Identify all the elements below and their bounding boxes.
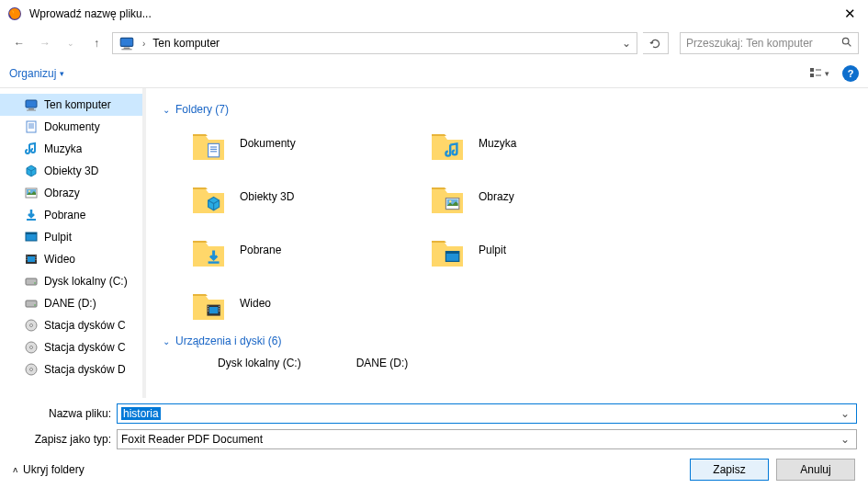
cd-icon	[24, 362, 39, 377]
group-header-devices[interactable]: ⌄ Urządzenia i dyski (6)	[163, 335, 851, 347]
tree-item-label: Muzyka	[44, 142, 82, 155]
music-icon	[24, 142, 39, 156]
save-button[interactable]: Zapisz	[690, 459, 769, 481]
bottom-fields: Nazwa pliku: historia ⌄ Zapisz jako typ:…	[0, 398, 868, 451]
music-folder-icon	[429, 125, 466, 162]
filename-input[interactable]: historia ⌄	[117, 403, 857, 424]
pic-folder-icon	[429, 178, 466, 215]
disk-item[interactable]: Dysk lokalny (C:)	[218, 357, 301, 369]
organize-menu[interactable]: Organizuj ▾	[9, 67, 64, 80]
tree-item-label: Pobrane	[44, 209, 85, 221]
view-options-button[interactable]: ▾	[808, 66, 829, 81]
tree-item-label: Obrazy	[44, 187, 80, 199]
cancel-button[interactable]: Anuluj	[776, 459, 855, 481]
nav-row: ← → ⌄ ↑ › Ten komputer ⌄ Przeszukaj: Ten…	[0, 28, 868, 59]
tree-item[interactable]: Ten komputer	[0, 94, 142, 116]
folder-item[interactable]: Dokumenty	[190, 125, 392, 162]
tree-item-label: Pulpit	[44, 231, 72, 244]
sidebar: Ten komputerDokumentyMuzykaObiekty 3DObr…	[0, 88, 142, 398]
vid-icon	[24, 252, 39, 267]
folder-item[interactable]: Pobrane	[190, 232, 392, 268]
folder-label: Muzyka	[479, 137, 516, 150]
filename-label: Nazwa pliku:	[11, 407, 117, 420]
breadcrumb-separator: ›	[142, 39, 145, 49]
chevron-down-icon: ▾	[60, 69, 64, 78]
back-button[interactable]: ←	[9, 33, 29, 53]
tree-item[interactable]: Stacja dysków C	[0, 314, 142, 336]
chevron-up-icon: ʌ	[13, 465, 17, 474]
tree-item[interactable]: Dysk lokalny (C:)	[0, 270, 142, 292]
tree-item-label: Stacja dysków C	[44, 319, 126, 332]
filename-dropdown-icon[interactable]: ⌄	[838, 407, 852, 420]
tree-item[interactable]: Dokumenty	[0, 116, 142, 138]
disk-row: Dysk lokalny (C:)DANE (D:)	[218, 357, 851, 369]
titlebar: Wprowadź nazwę pliku... ✕	[0, 0, 868, 28]
folder-label: Pulpit	[479, 244, 506, 256]
tree-item[interactable]: Obrazy	[0, 182, 142, 204]
svg-line-27	[848, 43, 851, 46]
body: Ten komputerDokumentyMuzykaObiekty 3DObr…	[0, 88, 868, 398]
filetype-select[interactable]: Foxit Reader PDF Document ⌄	[117, 429, 857, 449]
doc-icon	[24, 119, 39, 134]
search-box[interactable]: Przeszukaj: Ten komputer	[680, 32, 859, 54]
close-button[interactable]: ✕	[839, 6, 861, 22]
down-folder-icon	[190, 232, 227, 268]
folder-item[interactable]: Obiekty 3D	[190, 178, 392, 215]
desk-folder-icon	[429, 232, 466, 268]
tree-item[interactable]: Stacja dysków D	[0, 358, 142, 380]
search-placeholder: Przeszukaj: Ten komputer	[686, 37, 840, 50]
tree-item-label: Obiekty 3D	[44, 165, 98, 177]
filetype-dropdown-icon[interactable]: ⌄	[838, 433, 852, 446]
folder-item[interactable]: Muzyka	[429, 125, 631, 162]
cd-icon	[24, 318, 39, 333]
address-bar[interactable]: › Ten komputer ⌄	[112, 32, 637, 54]
address-dropdown-icon[interactable]: ⌄	[618, 37, 635, 50]
filetype-value: Foxit Reader PDF Document	[121, 433, 263, 446]
folder-item[interactable]: Wideo	[190, 285, 392, 322]
folder-label: Dokumenty	[240, 137, 296, 150]
breadcrumb-item[interactable]: Ten komputer	[149, 37, 223, 50]
forward-button[interactable]: →	[35, 33, 55, 53]
group-header-folders[interactable]: ⌄ Foldery (7)	[163, 103, 851, 116]
tree-item[interactable]: Obiekty 3D	[0, 160, 142, 182]
down-icon	[24, 208, 39, 222]
hide-folders-button[interactable]: ʌ Ukryj foldery	[13, 463, 85, 476]
refresh-button[interactable]	[643, 32, 669, 54]
3d-folder-icon	[190, 178, 227, 215]
app-icon	[7, 6, 22, 21]
vid-folder-icon	[190, 285, 227, 322]
organize-label: Organizuj	[9, 67, 56, 80]
3d-icon	[24, 164, 39, 178]
help-button[interactable]: ?	[842, 65, 859, 82]
tree-item[interactable]: Pulpit	[0, 226, 142, 248]
tree-item[interactable]: Stacja dysków C	[0, 336, 142, 358]
group-header-label: Urządzenia i dyski (6)	[175, 335, 281, 347]
folder-grid: Dokumenty Muzyka Obiekty 3D Obrazy Pobra…	[190, 125, 851, 322]
cd-icon	[24, 340, 39, 355]
tree-item[interactable]: Muzyka	[0, 138, 142, 160]
folder-label: Wideo	[240, 297, 271, 310]
tree-item[interactable]: Pobrane	[0, 204, 142, 226]
folder-label: Pobrane	[240, 244, 281, 256]
tree-item-label: Dysk lokalny (C:)	[44, 275, 128, 288]
folder-label: Obiekty 3D	[240, 190, 294, 203]
tree-item[interactable]: Wideo	[0, 248, 142, 270]
folder-item[interactable]: Obrazy	[429, 178, 631, 215]
window-title: Wprowadź nazwę pliku...	[29, 7, 839, 20]
search-icon	[840, 36, 852, 51]
folder-item[interactable]: Pulpit	[429, 232, 631, 268]
disk-item[interactable]: DANE (D:)	[356, 357, 409, 369]
main-pane: ⌄ Foldery (7) Dokumenty Muzyka Obiekty 3…	[146, 88, 868, 398]
tree-item[interactable]: DANE (D:)	[0, 292, 142, 314]
filename-value: historia	[121, 407, 161, 420]
pc-icon	[24, 97, 39, 112]
up-button[interactable]: ↑	[86, 33, 107, 53]
recent-dropdown[interactable]: ⌄	[61, 33, 81, 53]
folder-label: Obrazy	[479, 190, 514, 203]
doc-folder-icon	[190, 125, 227, 162]
pc-icon	[118, 35, 135, 51]
desk-icon	[24, 230, 39, 244]
disk-icon	[24, 274, 39, 289]
filetype-label: Zapisz jako typ:	[11, 433, 117, 446]
chevron-down-icon: ⌄	[163, 336, 170, 346]
